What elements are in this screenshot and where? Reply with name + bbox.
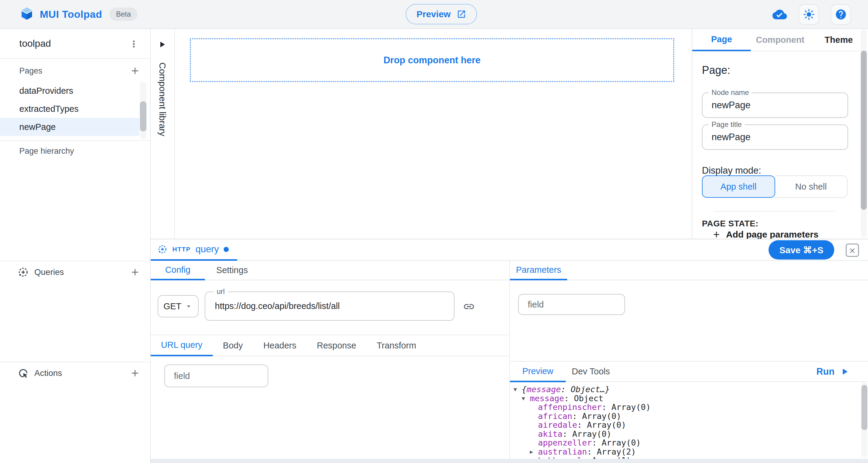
tab-url-query[interactable]: URL query (151, 335, 213, 356)
json-tree-row: appenzeller: Array(0) (510, 438, 857, 447)
json-tree-row: akita: Array(0) (510, 430, 857, 439)
json-value: : Array(2) (587, 447, 636, 456)
json-key: airedale (538, 420, 577, 430)
tab-page[interactable]: Page (692, 29, 751, 51)
queries-section-header: Queries (0, 263, 150, 282)
horizontal-scrollbar[interactable] (151, 459, 868, 463)
toolpad-logo-icon (21, 7, 33, 22)
query-tab[interactable]: HTTP query (151, 239, 237, 261)
page-hierarchy-row[interactable]: Page hierarchy (0, 142, 150, 160)
help-button[interactable] (831, 4, 851, 25)
json-value: : Object…} (561, 384, 610, 394)
tab-response[interactable]: Response (307, 335, 367, 356)
tab-transform[interactable]: Transform (367, 335, 427, 356)
toggle-app-shell[interactable]: App shell (702, 176, 775, 198)
tab-preview[interactable]: Preview (510, 362, 566, 382)
run-button[interactable]: Run (815, 366, 851, 377)
preview-button-label: Preview (416, 9, 451, 19)
json-tree-row: affenpinscher: Array(0) (510, 403, 857, 412)
pages-label: Pages (19, 66, 42, 76)
divider (0, 362, 150, 362)
json-key: akita (538, 429, 562, 439)
parameters-tabs: Parameters (510, 261, 868, 280)
drop-zone[interactable]: Drop component here (190, 38, 674, 82)
url-field: url (205, 291, 455, 321)
add-action-button[interactable] (128, 366, 142, 380)
pages-scrollbar-thumb[interactable] (140, 101, 147, 131)
expand-arrow-icon[interactable]: ▶ (530, 449, 538, 455)
result-scrollbar-thumb[interactable] (861, 385, 867, 430)
add-link-icon[interactable] (461, 299, 477, 314)
json-key: australian (538, 447, 587, 456)
app-title: MUI Toolpad (40, 8, 102, 20)
close-icon (849, 247, 856, 254)
tab-component[interactable]: Component (751, 29, 809, 51)
collapse-arrow-icon[interactable]: ▼ (522, 395, 530, 402)
config-tabs: Config Settings (151, 261, 509, 280)
parameter-name-input[interactable]: field (518, 294, 625, 315)
query-config-pane: Config Settings GET url URL query Body H… (151, 261, 509, 463)
add-page-button[interactable] (128, 64, 142, 78)
queries-icon (18, 267, 29, 278)
app-header: MUI Toolpad Beta Preview (0, 0, 868, 29)
close-query-editor-button[interactable] (846, 244, 859, 257)
query-name: query (195, 244, 219, 255)
sidebar-page-newPage[interactable]: newPage (0, 118, 139, 136)
page-hierarchy-label: Page hierarchy (19, 147, 74, 156)
kebab-menu-icon (129, 39, 138, 49)
json-value: { (522, 384, 527, 394)
display-mode-label: Display mode: (702, 165, 761, 176)
tab-body[interactable]: Body (213, 335, 253, 356)
tab-settings[interactable]: Settings (205, 261, 259, 280)
query-type-icon (157, 244, 167, 254)
http-method-select[interactable]: GET (158, 295, 198, 317)
run-button-label: Run (816, 366, 835, 377)
expand-library-arrow-icon[interactable] (160, 41, 165, 49)
save-button[interactable]: Save ⌘+S (769, 240, 834, 259)
project-row: toolpad (0, 29, 150, 59)
collapse-arrow-icon[interactable]: ▼ (514, 386, 522, 393)
json-tree-row: ▼{message: Object…} (510, 385, 857, 394)
tab-dev-tools[interactable]: Dev Tools (566, 361, 616, 382)
tab-theme[interactable]: Theme (809, 29, 868, 51)
tab-config[interactable]: Config (151, 261, 205, 280)
tab-headers[interactable]: Headers (253, 335, 307, 356)
component-library-strip[interactable]: Component library (151, 29, 175, 239)
divider (0, 140, 150, 141)
beta-badge: Beta (110, 7, 137, 21)
light-mode-sun-icon (803, 9, 815, 20)
json-tree-row: african: Array(0) (510, 412, 857, 421)
json-value: : Array(0) (601, 402, 651, 412)
inspector-panel: Page Component Theme Page: Node name Pag… (692, 29, 868, 239)
add-page-parameters-button[interactable]: Add page parameters (710, 229, 820, 239)
json-key: affenpinscher (538, 402, 601, 412)
preview-button[interactable]: Preview (406, 4, 477, 24)
actions-icon (18, 367, 29, 379)
url-query-param-input[interactable]: field (164, 364, 268, 387)
inspector-scrollbar-thumb[interactable] (861, 51, 867, 210)
node-name-input[interactable] (711, 94, 839, 117)
plus-icon (130, 65, 141, 76)
toggle-no-shell[interactable]: No shell (775, 176, 848, 198)
unsaved-changes-dot (224, 247, 229, 252)
plus-icon (130, 267, 141, 278)
help-question-icon (835, 8, 847, 21)
url-input[interactable] (214, 293, 446, 319)
queries-label: Queries (34, 267, 64, 277)
tab-parameters[interactable]: Parameters (510, 261, 567, 280)
page-title-input[interactable] (711, 126, 839, 149)
project-menu-button[interactable] (127, 37, 141, 51)
divider (0, 261, 150, 261)
add-query-button[interactable] (128, 265, 142, 279)
cloud-synced-icon (772, 8, 787, 21)
json-value: : Array(0) (562, 429, 612, 439)
query-parameters-pane: Parameters field Preview Dev Tools Run ▼… (509, 261, 868, 463)
sidebar-page-extractedTypes[interactable]: extractedTypes (0, 100, 139, 118)
theme-toggle-button[interactable] (799, 4, 819, 25)
page-heading: Page: (702, 64, 730, 76)
query-editor-panel: HTTP query Save ⌘+S Config Settings GET … (151, 239, 868, 463)
sidebar-page-dataProviders[interactable]: dataProviders (0, 82, 139, 100)
json-value: : Array(0) (577, 420, 626, 430)
json-key: african (538, 411, 572, 421)
json-tree-row: airedale: Array(0) (510, 421, 857, 430)
